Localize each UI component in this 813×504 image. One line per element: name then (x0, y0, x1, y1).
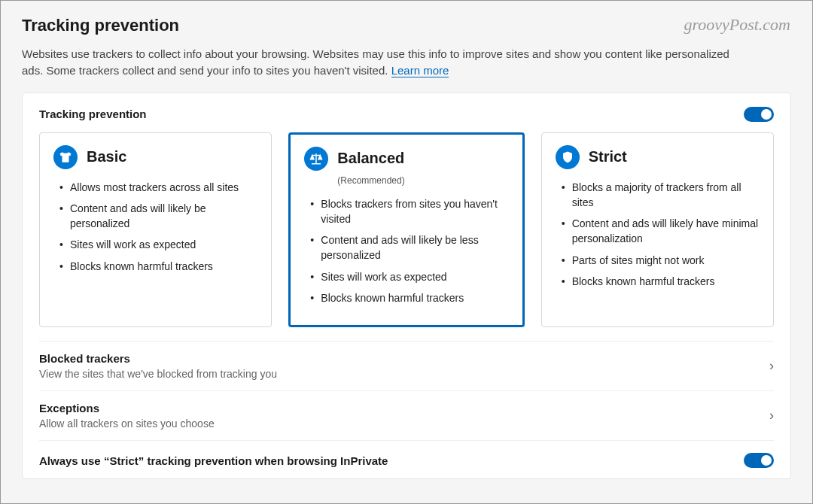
panel-header: Tracking prevention (39, 107, 774, 122)
list-item: Blocks trackers from sites you haven't v… (310, 196, 508, 227)
list-item: Sites will work as expected (310, 269, 508, 284)
list-item: Content and ads will likely be less pers… (310, 232, 508, 263)
scale-icon (304, 147, 328, 171)
card-basic[interactable]: Basic Allows most trackers across all si… (39, 132, 272, 328)
card-balanced-bullets: Blocks trackers from sites you haven't v… (304, 196, 508, 306)
list-item: Content and ads will likely have minimal… (562, 216, 760, 247)
row-blocked-trackers[interactable]: Blocked trackers View the sites that we'… (39, 341, 774, 390)
row-inprivate-title: Always use “Strict” tracking prevention … (39, 454, 388, 467)
page-title: Tracking prevention (22, 16, 791, 35)
tshirt-icon (53, 145, 78, 169)
card-balanced[interactable]: Balanced (Recommended) Blocks trackers f… (288, 132, 524, 328)
row-exceptions[interactable]: Exceptions Allow all trackers on sites y… (39, 390, 774, 440)
list-item: Allows most trackers across all sites (59, 180, 257, 195)
chevron-right-icon: › (769, 358, 774, 374)
panel-header-title: Tracking prevention (39, 108, 147, 120)
chevron-right-icon: › (769, 408, 774, 424)
list-item: Blocks a majority of trackers from all s… (562, 180, 760, 211)
card-strict-title: Strict (589, 148, 627, 165)
inprivate-strict-toggle[interactable] (744, 453, 774, 468)
list-item: Blocks known harmful trackers (59, 259, 257, 274)
list-item: Sites will work as expected (59, 237, 257, 252)
card-strict[interactable]: Strict Blocks a majority of trackers fro… (541, 132, 774, 328)
card-basic-title: Basic (87, 148, 126, 165)
row-blocked-title: Blocked trackers (39, 352, 277, 365)
card-strict-header: Strict (556, 145, 760, 169)
prevention-level-cards: Basic Allows most trackers across all si… (39, 132, 774, 328)
watermark: groovyPost.com (684, 15, 790, 35)
list-item: Blocks known harmful trackers (562, 274, 760, 289)
page-description-text: Websites use trackers to collect info ab… (22, 47, 729, 77)
list-item: Parts of sites might not work (562, 253, 760, 268)
card-balanced-title: Balanced (337, 150, 404, 167)
tracking-prevention-panel: Tracking prevention Basic Allows most tr… (22, 93, 791, 480)
row-inprivate-strict: Always use “Strict” tracking prevention … (39, 440, 774, 478)
card-strict-bullets: Blocks a majority of trackers from all s… (556, 180, 760, 290)
page-description: Websites use trackers to collect info ab… (22, 46, 737, 79)
list-item: Blocks known harmful trackers (310, 290, 508, 305)
card-basic-bullets: Allows most trackers across all sites Co… (53, 180, 257, 274)
shield-icon (556, 145, 580, 169)
card-basic-header: Basic (53, 145, 257, 169)
card-balanced-subtitle: (Recommended) (337, 175, 508, 186)
list-item: Content and ads will likely be personali… (59, 201, 257, 232)
row-exceptions-desc: Allow all trackers on sites you choose (39, 417, 215, 430)
row-blocked-desc: View the sites that we've blocked from t… (39, 368, 277, 380)
learn-more-link[interactable]: Learn more (391, 64, 449, 77)
tracking-prevention-toggle[interactable] (744, 107, 774, 122)
row-exceptions-title: Exceptions (39, 402, 215, 414)
card-balanced-header: Balanced (304, 147, 508, 171)
